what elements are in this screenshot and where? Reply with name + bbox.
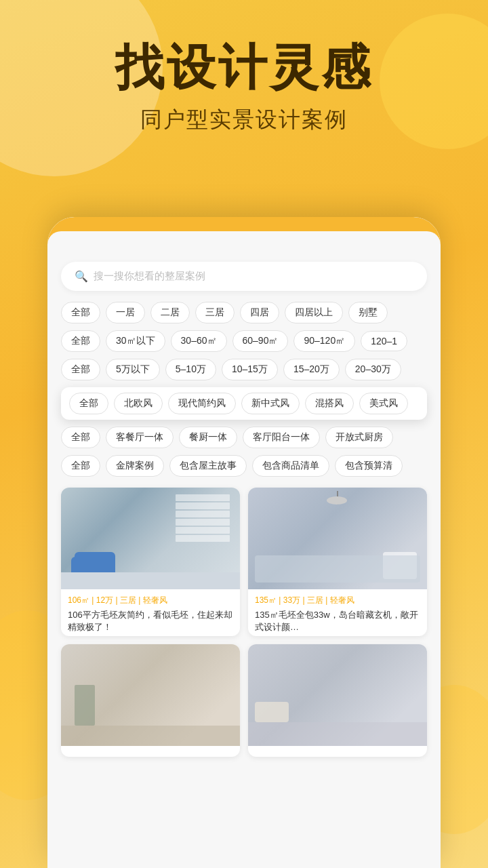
filter-tag-120plus[interactable]: 120–1 xyxy=(361,331,407,351)
filter-tag-story[interactable]: 包含屋主故事 xyxy=(169,455,247,477)
filter-row-style: 全部 北欧风 现代简约风 新中式风 混搭风 美式风 xyxy=(61,387,427,420)
filter-row-area: 全部 30㎡以下 30–60㎡ 60–90㎡ 90–120㎡ 120–1 xyxy=(61,330,427,352)
search-placeholder-text: 搜一搜你想看的整屋案例 xyxy=(94,270,205,283)
tv-stand-decoration xyxy=(61,576,240,589)
card-1-desc: 106平方毛坯灰简约，看似毛坯，住起来却精致极了！ xyxy=(68,609,233,633)
filter-tag-5-10w[interactable]: 5–10万 xyxy=(165,359,216,380)
phone-mockup: 🔍 搜一搜你想看的整屋案例 全部 一居 二居 三居 四居 四居以上 别墅 全部 … xyxy=(47,217,441,868)
card-2-image xyxy=(248,488,427,589)
filter-tag-living-balcony[interactable]: 客厅阳台一体 xyxy=(243,427,320,448)
filter-all-style[interactable]: 全部 xyxy=(69,393,108,414)
filter-tag-10-15w[interactable]: 10–15万 xyxy=(222,359,278,380)
filter-tag-4ju[interactable]: 四居 xyxy=(240,302,279,323)
chandelier-decoration xyxy=(337,491,338,505)
filter-all-layout[interactable]: 全部 xyxy=(61,427,100,448)
floor-2-decoration xyxy=(248,722,427,746)
filter-tag-1ju[interactable]: 一居 xyxy=(106,302,145,323)
filter-tag-4juplus[interactable]: 四居以上 xyxy=(285,302,343,323)
card-1-meta: 106㎡ | 12万 | 三居 | 轻奢风 106平方毛坯灰简约，看似毛坯，住起… xyxy=(61,589,240,636)
card-1-tags: 106㎡ | 12万 | 三居 | 轻奢风 xyxy=(68,595,233,606)
filter-tag-american[interactable]: 美式风 xyxy=(359,393,408,414)
filter-all-room[interactable]: 全部 xyxy=(61,302,100,323)
filter-all-area[interactable]: 全部 xyxy=(61,330,100,352)
filter-tag-items[interactable]: 包含商品清单 xyxy=(252,455,329,477)
card-grid: 106㎡ | 12万 | 三居 | 轻奢风 106平方毛坯灰简约，看似毛坯，住起… xyxy=(61,488,427,770)
card-4-image xyxy=(248,644,427,746)
filter-tag-2ju[interactable]: 二居 xyxy=(150,302,190,323)
card-3-image xyxy=(61,644,240,746)
filter-row-room-type: 全部 一居 二居 三居 四居 四居以上 别墅 xyxy=(61,302,427,323)
filter-tag-90-120[interactable]: 90–120㎡ xyxy=(293,330,355,352)
search-bar[interactable]: 🔍 搜一搜你想看的整屋案例 xyxy=(61,262,427,291)
card-1[interactable]: 106㎡ | 12万 | 三居 | 轻奢风 106平方毛坯灰简约，看似毛坯，住起… xyxy=(61,488,240,636)
filter-tag-5wbelow[interactable]: 5万以下 xyxy=(106,359,160,380)
sub-title: 同户型实景设计案例 xyxy=(0,105,488,135)
filter-tag-dining-kitchen[interactable]: 餐厨一体 xyxy=(179,427,237,448)
filter-tag-open-kitchen[interactable]: 开放式厨房 xyxy=(325,427,393,448)
filter-tag-nordic[interactable]: 北欧风 xyxy=(114,393,163,414)
filter-tag-15-20w[interactable]: 15–20万 xyxy=(283,359,340,380)
filter-tag-mix[interactable]: 混搭风 xyxy=(305,393,354,414)
table-decoration xyxy=(255,555,420,583)
filter-tag-3ju[interactable]: 三居 xyxy=(195,302,235,323)
filter-tag-20-30w[interactable]: 20–30万 xyxy=(345,359,401,380)
card-1-image xyxy=(61,488,240,589)
filter-row-layout: 全部 客餐厅一体 餐厨一体 客厅阳台一体 开放式厨房 xyxy=(61,427,427,448)
sofa-decoration xyxy=(71,557,115,576)
card-3-meta xyxy=(61,746,240,757)
curtain-decoration xyxy=(75,685,95,726)
search-icon: 🔍 xyxy=(75,270,88,283)
blinds-decoration xyxy=(176,494,230,555)
card-4[interactable] xyxy=(248,644,427,757)
sofa-2-decoration xyxy=(255,702,289,722)
filter-row-budget: 全部 5万以下 5–10万 10–15万 15–20万 20–30万 xyxy=(61,359,427,380)
filter-tag-30-60[interactable]: 30–60㎡ xyxy=(171,330,227,352)
filter-all-special[interactable]: 全部 xyxy=(61,455,100,477)
phone-top-arc xyxy=(47,217,441,251)
filter-tag-modern[interactable]: 现代简约风 xyxy=(168,393,236,414)
filter-all-budget[interactable]: 全部 xyxy=(61,359,100,380)
filter-row-special: 全部 金牌案例 包含屋主故事 包含商品清单 包含预算清 xyxy=(61,455,427,477)
floor-decoration xyxy=(61,726,240,746)
main-title: 找设计灵感 xyxy=(0,41,488,94)
filter-tag-budget-detail[interactable]: 包含预算清 xyxy=(335,455,403,477)
phone-inner: 🔍 搜一搜你想看的整屋案例 全部 一居 二居 三居 四居 四居以上 别墅 全部 … xyxy=(47,251,441,770)
card-2-tags: 135㎡ | 33万 | 三居 | 轻奢风 xyxy=(255,595,420,606)
filter-tag-30below[interactable]: 30㎡以下 xyxy=(106,330,165,352)
card-2-meta: 135㎡ | 33万 | 三居 | 轻奢风 135㎡毛坯全包33w，岛台暗藏玄机… xyxy=(248,589,427,636)
filter-tag-bieshu[interactable]: 别墅 xyxy=(348,302,388,323)
card-2-desc: 135㎡毛坯全包33w，岛台暗藏玄机，敞开式设计颜… xyxy=(255,609,420,633)
card-2[interactable]: 135㎡ | 33万 | 三居 | 轻奢风 135㎡毛坯全包33w，岛台暗藏玄机… xyxy=(248,488,427,636)
card-3[interactable] xyxy=(61,644,240,757)
card-4-meta xyxy=(248,746,427,757)
header: 找设计灵感 同户型实景设计案例 xyxy=(0,0,488,155)
filter-tag-gold[interactable]: 金牌案例 xyxy=(106,455,164,477)
filter-tag-60-90[interactable]: 60–90㎡ xyxy=(232,330,289,352)
filter-tag-living-dining[interactable]: 客餐厅一体 xyxy=(106,427,174,448)
filter-tag-chinese[interactable]: 新中式风 xyxy=(241,393,300,414)
